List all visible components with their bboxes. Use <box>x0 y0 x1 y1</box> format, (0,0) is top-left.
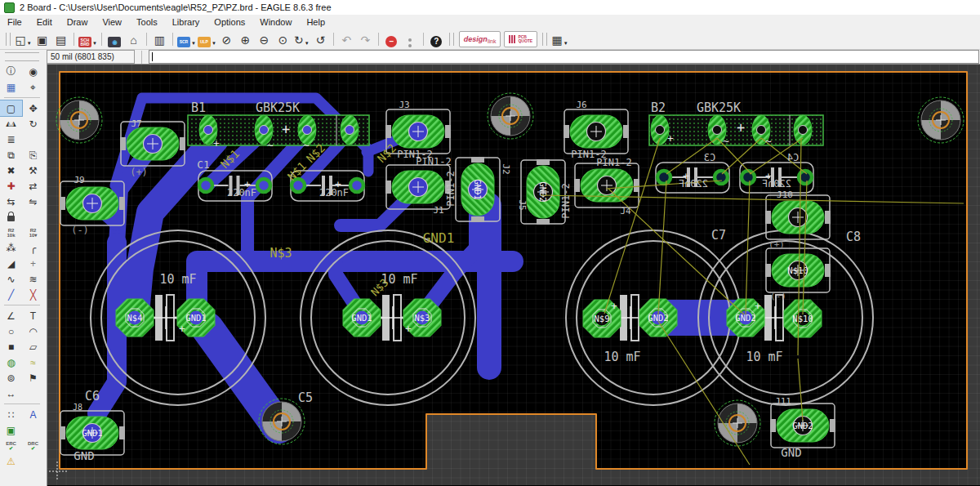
grid-button[interactable]: ▦▼ <box>551 31 568 47</box>
zoom-fit-button[interactable]: ⊘ <box>218 31 235 47</box>
group-tool[interactable]: ▢ <box>0 100 22 116</box>
mark-tool[interactable]: ⌖ <box>22 79 44 95</box>
menu-help[interactable]: Help <box>299 16 332 29</box>
print-button[interactable]: ▤ <box>52 31 69 47</box>
ripup-tool[interactable]: ╳ <box>22 287 44 302</box>
miter-tool[interactable]: ╭ <box>22 240 44 256</box>
split-tool[interactable]: ≋ <box>22 271 44 287</box>
through-hole-pad[interactable] <box>715 171 728 184</box>
schematic-board-toggle-button[interactable]: SCHBRD▼ <box>78 31 97 47</box>
open-button[interactable]: ◱▼ <box>15 31 32 47</box>
zoom-in-button[interactable]: ⊕ <box>237 31 254 47</box>
redo-button[interactable]: ↷ <box>357 31 374 47</box>
board-label: C8 <box>846 230 861 244</box>
display-layers-tool[interactable]: ▦ <box>0 79 22 95</box>
pinswap-tool[interactable]: ⇋ <box>22 194 44 209</box>
align-tool[interactable]: ≣ <box>0 132 22 147</box>
drc-setup-tool[interactable]: ▣ <box>0 422 22 438</box>
copy-tool[interactable]: ⧉ <box>0 147 22 163</box>
gateswap-tool[interactable]: ⇆ <box>0 194 22 209</box>
board-label: 220nF <box>319 187 349 198</box>
change-tool[interactable]: ⚒ <box>22 163 44 178</box>
octagon-pad[interactable]: N$4 <box>116 299 154 337</box>
design-link-button[interactable]: designlink <box>459 31 501 47</box>
toolbar-grip <box>449 33 454 46</box>
zoom-select-button[interactable]: ⊙ <box>274 31 292 47</box>
library-button[interactable]: ▥ <box>151 31 168 47</box>
board-label: J5 <box>517 199 528 210</box>
signal-tool[interactable]: ≈ <box>22 354 44 370</box>
menu-window[interactable]: Window <box>252 16 299 29</box>
optimize-tool[interactable]: + <box>22 256 44 271</box>
menu-file[interactable]: File <box>0 16 29 29</box>
svg-text:GND2: GND2 <box>792 421 813 430</box>
through-hole-pad[interactable] <box>257 179 270 192</box>
menu-tools[interactable]: Tools <box>129 16 165 29</box>
circle-tool[interactable]: ○ <box>0 323 22 339</box>
menu-view[interactable]: View <box>95 16 129 29</box>
menu-library[interactable]: Library <box>165 16 207 29</box>
traffic-light-indicator[interactable] <box>402 31 419 47</box>
delete-tool[interactable]: ✖ <box>0 163 22 178</box>
board-label: J4 <box>620 206 631 216</box>
fab-button[interactable]: ⌂ <box>125 31 142 47</box>
menu-options[interactable]: Options <box>207 16 252 29</box>
ratsnest-tool[interactable]: ∷ <box>0 407 22 422</box>
svg-text:GND1: GND1 <box>351 313 372 323</box>
lock-tool[interactable] <box>0 209 22 225</box>
move-tool[interactable]: ✥ <box>22 100 44 116</box>
command-input[interactable] <box>149 50 979 64</box>
through-hole-pad[interactable] <box>199 179 212 192</box>
add-tool[interactable]: ✚ <box>0 178 22 194</box>
smash-tool[interactable]: ⁂ <box>0 240 22 256</box>
value-tool[interactable]: R210▾ <box>22 225 44 240</box>
name-tool[interactable]: R210k <box>0 225 22 240</box>
rect-tool[interactable]: ■ <box>0 339 22 354</box>
erc-tool[interactable]: ERC✔ <box>0 438 22 453</box>
drc-tool[interactable]: DRC✔ <box>22 438 44 453</box>
rotate-tool[interactable]: ↻ <box>22 116 44 132</box>
arc-tool[interactable]: ◠ <box>22 323 44 339</box>
route-tool[interactable]: ╱ <box>0 287 22 302</box>
save-button[interactable]: ▣ <box>33 31 51 47</box>
mirror-tool[interactable]: ◭◮ <box>0 116 22 132</box>
paste-tool[interactable]: ⎘ <box>22 147 44 163</box>
via-tool[interactable]: ◍ <box>0 354 22 370</box>
miter-fill-tool[interactable]: ◢ <box>0 256 22 271</box>
export-image-button[interactable]: ◉ <box>106 31 123 47</box>
menu-draw[interactable]: Draw <box>60 16 96 29</box>
text-tool[interactable]: T <box>22 308 44 323</box>
zoom-redraw-button[interactable]: ↻▼ <box>293 31 310 47</box>
pcb-canvas[interactable]: N$4GND1GND1N$3N$9GND2GND2N$10GND1GND2GND… <box>47 65 980 485</box>
board-label: PIN1-2 <box>596 157 631 168</box>
refresh-button[interactable]: ↺ <box>312 31 329 47</box>
run-script-button[interactable]: SCR▼ <box>177 31 196 47</box>
through-hole-pad[interactable] <box>350 179 363 192</box>
run-ulp-button[interactable]: ULP▼ <box>198 31 216 47</box>
through-hole-pad[interactable] <box>742 171 755 184</box>
zoom-out-button[interactable]: ⊖ <box>256 31 273 47</box>
board-label: + <box>755 300 761 312</box>
attribute-tool[interactable]: ⚑ <box>22 370 44 386</box>
polygon-tool[interactable]: ▱ <box>22 339 44 354</box>
palette-divider <box>0 302 44 308</box>
help-button[interactable]: ? <box>428 31 445 47</box>
dimension-tool[interactable]: ↔ <box>0 386 22 401</box>
wire-tool[interactable]: ∠ <box>0 308 22 323</box>
board-label: C3 <box>704 152 715 163</box>
octagon-pad[interactable]: GND2 <box>639 299 677 337</box>
hole-tool[interactable]: ⊚ <box>0 370 22 386</box>
info-tool[interactable]: ⓘ <box>0 64 22 79</box>
replace-tool[interactable]: ⇄ <box>22 178 44 194</box>
toolbar-grip <box>542 33 547 46</box>
octagon-pad[interactable]: GND1 <box>343 299 381 337</box>
meander-tool[interactable]: ∿ <box>0 271 22 287</box>
stop-button[interactable]: – <box>383 31 400 47</box>
menu-edit[interactable]: Edit <box>29 16 60 29</box>
pcb-quote-button[interactable]: PCBQUOTE <box>504 31 537 47</box>
board-label: + <box>282 121 290 137</box>
autoroute-tool[interactable]: A <box>22 407 44 422</box>
errors-tool[interactable]: ⚠ <box>0 453 22 469</box>
undo-button[interactable]: ↶ <box>338 31 355 47</box>
show-tool[interactable]: ◉ <box>22 64 44 79</box>
